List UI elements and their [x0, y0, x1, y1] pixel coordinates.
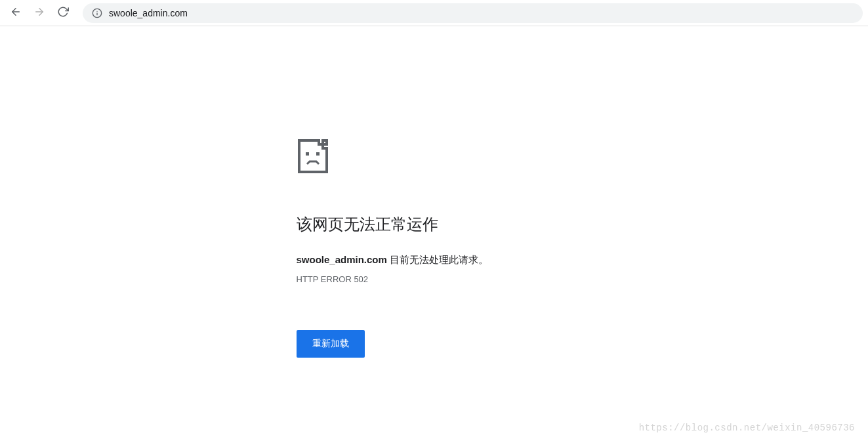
- arrow-right-icon: [33, 6, 45, 20]
- back-button[interactable]: [5, 3, 26, 24]
- arrow-left-icon: [10, 6, 22, 20]
- forward-button[interactable]: [29, 3, 50, 24]
- reload-nav-button[interactable]: [52, 3, 73, 24]
- error-message-suffix: 目前无法处理此请求。: [387, 254, 488, 265]
- error-domain: swoole_admin.com: [297, 254, 387, 265]
- error-description: swoole_admin.com 目前无法处理此请求。: [297, 253, 572, 268]
- svg-rect-6: [316, 152, 320, 156]
- address-bar[interactable]: swoole_admin.com: [83, 3, 863, 23]
- browser-toolbar: swoole_admin.com: [0, 0, 868, 26]
- info-icon[interactable]: [92, 8, 102, 18]
- sad-page-icon: [297, 138, 329, 175]
- reload-button[interactable]: 重新加载: [297, 330, 365, 358]
- error-block: 该网页无法正常运作 swoole_admin.com 目前无法处理此请求。 HT…: [297, 138, 572, 358]
- reload-icon: [57, 6, 69, 20]
- error-code: HTTP ERROR 502: [297, 274, 572, 284]
- error-page-content: 该网页无法正常运作 swoole_admin.com 目前无法处理此请求。 HT…: [0, 26, 868, 358]
- svg-rect-5: [306, 152, 309, 156]
- error-title: 该网页无法正常运作: [297, 214, 572, 234]
- watermark-text: https://blog.csdn.net/weixin_40596736: [639, 423, 855, 433]
- url-text: swoole_admin.com: [109, 8, 188, 18]
